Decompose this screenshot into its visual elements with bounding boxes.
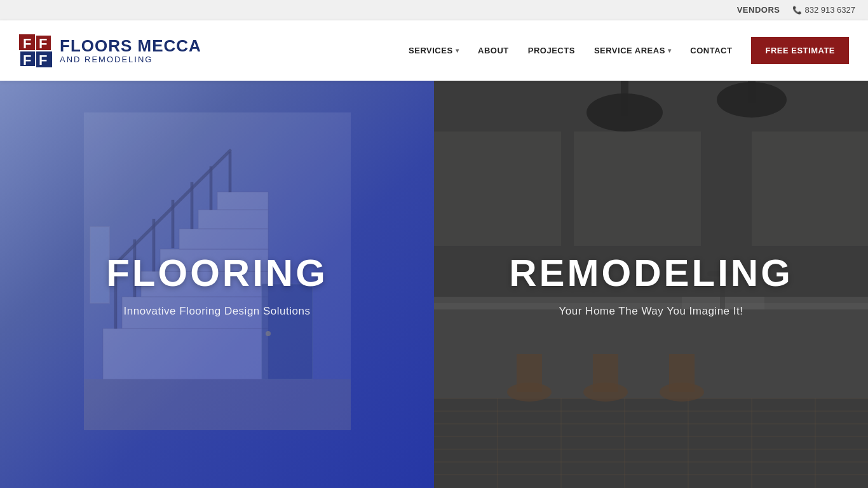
flooring-subtitle: Innovative Flooring Design Solutions	[106, 305, 328, 318]
free-estimate-button[interactable]: FREE ESTIMATE	[751, 37, 849, 64]
svg-text:F: F	[23, 36, 31, 51]
svg-text:F: F	[23, 52, 31, 67]
remodeling-title: REMODELING	[509, 251, 793, 295]
svg-rect-11	[103, 329, 268, 379]
top-bar: VENDORS 📞 832 913 6327	[0, 0, 868, 20]
phone-icon: 📞	[792, 6, 802, 15]
svg-rect-23	[210, 166, 212, 210]
flooring-title: FLOORING	[106, 251, 328, 295]
main-nav: SERVICES ▾ ABOUT PROJECTS SERVICE AREAS …	[409, 37, 849, 64]
svg-point-28	[266, 331, 271, 336]
svg-rect-46	[752, 132, 868, 246]
svg-rect-48	[621, 81, 628, 116]
phone-number: 832 913 6327	[804, 5, 855, 15]
hero-section: FLOORING Innovative Flooring Design Solu…	[0, 81, 868, 488]
phone-display: 📞 832 913 6327	[792, 5, 855, 15]
svg-rect-44	[434, 132, 561, 246]
remodeling-content: REMODELING Your Home The Way You Imagine…	[509, 251, 793, 318]
remodeling-subtitle: Your Home The Way You Imagine It!	[509, 305, 793, 318]
svg-rect-53	[517, 354, 542, 392]
header: F F F F FLOORS MECCA AND REMODELING SERV…	[0, 20, 868, 81]
nav-projects[interactable]: PROJECTS	[528, 46, 575, 55]
svg-rect-57	[669, 354, 695, 392]
vendors-link[interactable]: VENDORS	[737, 5, 780, 15]
flooring-panel[interactable]: FLOORING Innovative Flooring Design Solu…	[0, 81, 434, 488]
nav-about[interactable]: ABOUT	[478, 46, 509, 55]
chevron-down-icon: ▾	[456, 47, 459, 54]
svg-rect-45	[574, 132, 701, 246]
brand-sub: AND REMODELING	[60, 55, 201, 64]
svg-rect-50	[748, 81, 756, 103]
nav-services[interactable]: SERVICES ▾	[409, 46, 459, 55]
svg-text:F: F	[39, 36, 47, 51]
nav-service-areas[interactable]: SERVICE AREAS ▾	[594, 46, 671, 55]
svg-rect-24	[229, 152, 231, 192]
svg-rect-17	[217, 192, 268, 210]
nav-contact[interactable]: CONTACT	[690, 46, 732, 55]
brand-name: FLOORS MECCA	[60, 37, 201, 55]
logo[interactable]: F F F F FLOORS MECCA AND REMODELING	[19, 34, 201, 67]
svg-text:F: F	[39, 52, 47, 67]
svg-rect-15	[179, 229, 268, 249]
svg-rect-16	[198, 210, 268, 229]
chevron-down-icon-2: ▾	[668, 47, 672, 54]
flooring-content: FLOORING Innovative Flooring Design Solu…	[106, 251, 328, 318]
logo-text: FLOORS MECCA AND REMODELING	[60, 37, 201, 64]
svg-rect-55	[593, 354, 618, 392]
svg-rect-9	[84, 379, 351, 430]
remodeling-panel[interactable]: REMODELING Your Home The Way You Imagine…	[434, 81, 868, 488]
logo-icon: F F F F	[19, 34, 52, 67]
